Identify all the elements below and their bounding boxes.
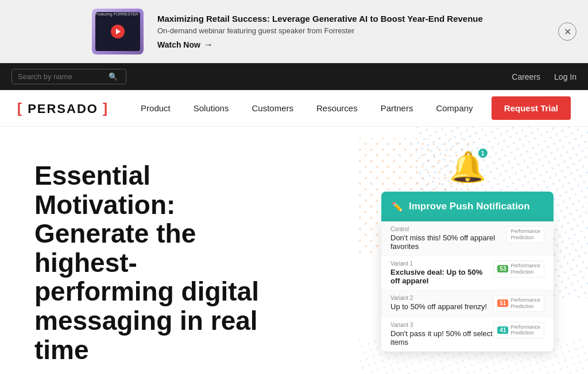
- variant3-perf-badge: 41 PerformancePrediction: [493, 322, 544, 339]
- notification-widget: 🔔 1 ✏️ Improve Push Notification Control…: [381, 150, 554, 352]
- search-icon: 🔍: [109, 72, 118, 81]
- bell-icon-wrapper: 🔔 1: [381, 150, 554, 185]
- variant3-info: Variant 3 Don't pass it up! 50% off sele…: [390, 322, 493, 346]
- control-perf-label: PerformancePrediction: [510, 228, 540, 241]
- control-perf-badge: PerformancePrediction: [506, 226, 544, 243]
- variant2-info: Variant 2 Up to 50% off apparel frenzy!: [390, 295, 493, 311]
- top-nav-links: Careers Log In: [512, 72, 577, 81]
- nav-item-company[interactable]: Company: [427, 99, 482, 118]
- variant1-perf-badge: 53 PerformancePrediction: [493, 260, 544, 278]
- promo-banner: Featuring FORRESTER Maximizing Retail Su…: [0, 0, 588, 63]
- variant3-row: Variant 3 Don't pass it up! 50% off sele…: [381, 317, 554, 352]
- variant1-label: Variant 1: [390, 260, 493, 267]
- login-link[interactable]: Log In: [554, 72, 577, 81]
- variant2-text: Up to 50% off apparel frenzy!: [390, 302, 493, 311]
- main-navigation: [ PERSADO ] Product Solutions Customers …: [0, 90, 588, 127]
- variant1-text: Exclusive deal: Up to 50% off apparel: [390, 268, 493, 285]
- request-trial-button[interactable]: Request Trial: [492, 96, 571, 120]
- search-input[interactable]: [18, 72, 104, 81]
- control-text: Don't miss this! 50% off apparel favorit…: [390, 233, 506, 251]
- nav-item-customers[interactable]: Customers: [242, 99, 303, 118]
- hero-section: Essential Motivation: Generate the highe…: [0, 127, 588, 374]
- nav-items: Product Solutions Customers Resources Pa…: [131, 99, 487, 118]
- variant3-label: Variant 3: [390, 322, 493, 328]
- webinar-thumbnail: Featuring FORRESTER: [92, 9, 144, 54]
- variant3-perf-label: PerformancePrediction: [510, 324, 540, 337]
- banner-content: Maximizing Retail Success: Leverage Gene…: [157, 13, 554, 50]
- variant2-score: 51: [497, 299, 508, 307]
- hero-heading: Essential Motivation: Generate the highe…: [34, 161, 276, 364]
- variant1-perf-label: PerformancePrediction: [510, 263, 540, 275]
- notification-card-body: Control Don't miss this! 50% off apparel…: [381, 221, 554, 352]
- careers-link[interactable]: Careers: [512, 72, 540, 81]
- cta-arrow: →: [204, 40, 213, 50]
- notification-card-header: ✏️ Improve Push Notification: [381, 192, 554, 221]
- notification-header-title: Improve Push Notification: [409, 201, 530, 212]
- nav-item-resources[interactable]: Resources: [307, 99, 367, 118]
- watch-now-link[interactable]: Watch Now →: [157, 40, 554, 50]
- nav-item-product[interactable]: Product: [131, 99, 180, 118]
- variant2-row: Variant 2 Up to 50% off apparel frenzy! …: [381, 290, 554, 317]
- control-row: Control Don't miss this! 50% off apparel…: [381, 221, 554, 256]
- variant2-perf-label: PerformancePrediction: [510, 297, 540, 310]
- variant1-info: Variant 1 Exclusive deal: Up to 50% off …: [390, 260, 493, 285]
- hero-left: Essential Motivation: Generate the highe…: [0, 127, 299, 374]
- nav-item-partners[interactable]: Partners: [372, 99, 423, 118]
- variant2-label: Variant 2: [390, 295, 493, 301]
- bell-badge: 1: [477, 147, 489, 159]
- search-bar: 🔍 Careers Log In: [0, 63, 588, 90]
- watch-now-label: Watch Now: [157, 40, 200, 49]
- control-label: Control: [390, 226, 506, 232]
- banner-subtitle: On-demand webinar featuring guest speake…: [157, 26, 554, 35]
- forrester-label: Featuring FORRESTER: [95, 12, 138, 16]
- bell-icon: 🔔 1: [449, 150, 486, 185]
- variant1-score: 53: [497, 265, 508, 272]
- banner-title: Maximizing Retail Success: Leverage Gene…: [157, 13, 554, 25]
- variant2-perf-badge: 51 PerformancePrediction: [493, 295, 544, 312]
- variant3-score: 41: [497, 326, 508, 334]
- variant1-row: Variant 1 Exclusive deal: Up to 50% off …: [381, 256, 554, 290]
- edit-icon: ✏️: [392, 201, 403, 212]
- logo[interactable]: [ PERSADO ]: [17, 100, 109, 116]
- variant3-text: Don't pass it up! 50% off select items: [390, 329, 493, 346]
- play-icon[interactable]: [111, 25, 125, 38]
- search-wrapper: 🔍: [11, 69, 126, 84]
- logo-text: [ PERSADO ]: [17, 100, 109, 116]
- close-button[interactable]: ✕: [558, 22, 577, 41]
- control-info: Control Don't miss this! 50% off apparel…: [390, 226, 506, 251]
- nav-item-solutions[interactable]: Solutions: [184, 99, 238, 118]
